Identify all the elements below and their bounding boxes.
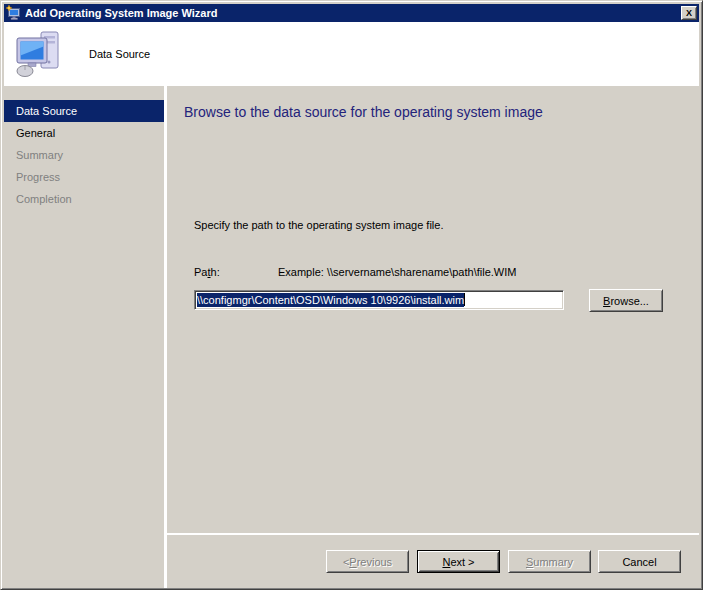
previous-button: < Previous	[326, 550, 409, 573]
wizard-page: Browse to the data source for the operat…	[167, 86, 699, 588]
footer-separator	[167, 533, 699, 535]
header-step-title: Data Source	[89, 48, 150, 60]
sidebar-item-progress: Progress	[4, 166, 164, 188]
wizard-steps-sidebar: Data Source General Summary Progress Com…	[4, 86, 167, 588]
text-caret	[464, 293, 465, 306]
sidebar-item-summary: Summary	[4, 144, 164, 166]
instruction-text: Specify the path to the operating system…	[194, 219, 443, 231]
sidebar-item-completion: Completion	[4, 188, 164, 210]
browse-button[interactable]: Browse...	[589, 289, 663, 312]
wizard-app-icon	[6, 5, 22, 21]
page-title: Browse to the data source for the operat…	[184, 104, 543, 120]
close-icon: X	[686, 9, 692, 18]
path-input-selected-text: \\configmgr\Content\OSD\Windows 10\9926\…	[197, 293, 464, 307]
wizard-body: Data Source General Summary Progress Com…	[4, 86, 699, 588]
path-label: Path:	[194, 266, 220, 278]
wizard-window: Add Operating System Image Wizard X Data…	[0, 0, 703, 590]
next-button[interactable]: Next >	[417, 550, 500, 573]
sidebar-item-general[interactable]: General	[4, 122, 164, 144]
window-title: Add Operating System Image Wizard	[25, 7, 681, 19]
path-example-text: Example: \\servername\sharename\path\fil…	[278, 266, 516, 278]
cancel-button[interactable]: Cancel	[598, 550, 681, 573]
titlebar: Add Operating System Image Wizard X	[4, 4, 699, 22]
close-button[interactable]: X	[681, 6, 697, 20]
sidebar-item-data-source[interactable]: Data Source	[4, 100, 164, 122]
summary-button: Summary	[508, 550, 591, 573]
wizard-header: Data Source	[4, 22, 699, 86]
computer-icon	[16, 30, 64, 78]
path-input[interactable]: \\configmgr\Content\OSD\Windows 10\9926\…	[194, 290, 564, 310]
